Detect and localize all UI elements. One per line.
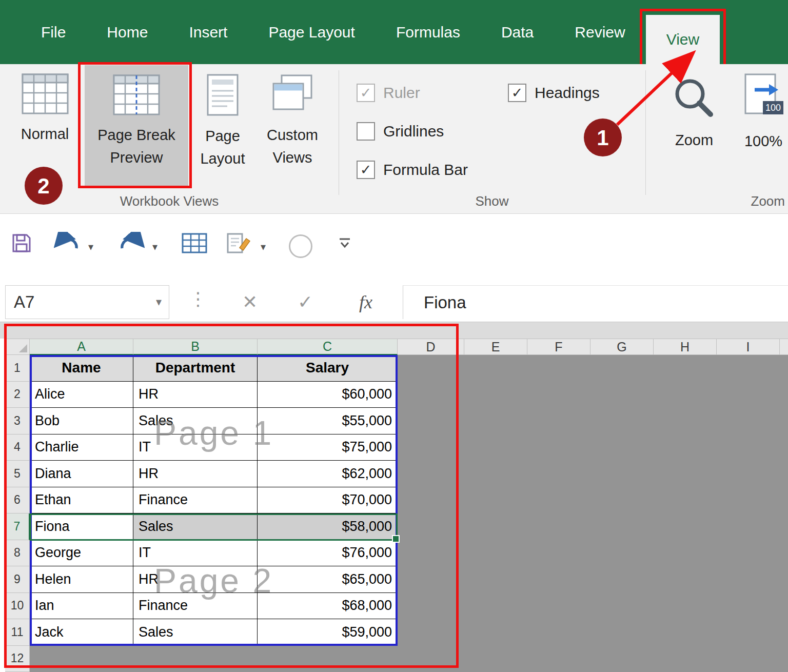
column-header-e[interactable]: E: [464, 339, 527, 355]
gridlines-checkbox-row[interactable]: Gridlines: [357, 121, 444, 142]
table-borders-icon[interactable]: [181, 232, 208, 256]
cell-b10[interactable]: Finance: [133, 593, 258, 620]
undo-icon[interactable]: [54, 232, 81, 256]
tab-review[interactable]: Review: [554, 0, 645, 64]
cell-a10[interactable]: Ian: [30, 593, 133, 620]
cell-a2[interactable]: Alice: [30, 382, 133, 408]
outside-print-area[interactable]: [398, 566, 788, 593]
outside-print-area[interactable]: [30, 646, 788, 672]
cell-c7[interactable]: $58,000: [258, 513, 398, 540]
save-icon[interactable]: [10, 232, 33, 256]
row-header-2[interactable]: 2: [5, 382, 30, 408]
column-header-c[interactable]: C: [258, 339, 398, 355]
cell-a3[interactable]: Bob: [30, 408, 133, 434]
row-header-5[interactable]: 5: [5, 461, 30, 487]
tab-home[interactable]: Home: [86, 0, 168, 64]
cell-c10[interactable]: $68,000: [258, 593, 398, 620]
outside-print-area[interactable]: [398, 355, 788, 382]
column-header-i[interactable]: I: [717, 339, 780, 355]
customize-qat-icon[interactable]: [338, 237, 352, 252]
headings-checkbox[interactable]: ✓: [508, 84, 526, 102]
zoom-button[interactable]: Zoom: [666, 75, 722, 151]
page-break-preview-button[interactable]: Page Break Preview: [85, 65, 188, 188]
cell-b3[interactable]: Sales: [133, 408, 258, 434]
ruler-checkbox[interactable]: ✓: [357, 84, 375, 102]
cell-c5[interactable]: $62,000: [258, 461, 398, 487]
row-header-1[interactable]: 1: [5, 355, 30, 382]
ruler-checkbox-row[interactable]: ✓ Ruler: [357, 83, 420, 103]
header-cell-department[interactable]: Department: [133, 355, 258, 382]
cell-b11[interactable]: Sales: [133, 619, 258, 646]
column-header-b[interactable]: B: [133, 339, 258, 355]
cell-b5[interactable]: HR: [133, 461, 258, 487]
zoom-100-button[interactable]: 100 100%: [739, 72, 788, 152]
name-box[interactable]: A7 ▾: [5, 285, 169, 319]
normal-view-button[interactable]: Normal: [8, 73, 82, 145]
gridlines-checkbox[interactable]: [357, 122, 375, 141]
circle-placeholder-icon[interactable]: [289, 234, 312, 258]
column-header-d[interactable]: D: [398, 339, 464, 355]
page-layout-view-button[interactable]: Page Layout: [194, 73, 251, 170]
tab-file[interactable]: File: [21, 0, 86, 64]
undo-dropdown-icon[interactable]: ▾: [88, 241, 93, 253]
outside-print-area[interactable]: [398, 513, 788, 540]
formula-bar-checkbox[interactable]: ✓: [357, 161, 375, 179]
row-header-9[interactable]: 9: [5, 566, 30, 593]
outside-print-area[interactable]: [398, 434, 788, 461]
row-header-8[interactable]: 8: [5, 540, 30, 567]
enter-button[interactable]: ✓: [287, 287, 323, 317]
cell-a11[interactable]: Jack: [30, 619, 133, 646]
custom-views-button[interactable]: Custom Views: [257, 73, 328, 169]
cell-a8[interactable]: George: [30, 540, 133, 567]
cell-c6[interactable]: $70,000: [258, 487, 398, 514]
cell-c3[interactable]: $55,000: [258, 408, 398, 434]
tab-insert[interactable]: Insert: [168, 0, 248, 64]
redo-icon[interactable]: [118, 232, 145, 256]
select-all-corner[interactable]: [5, 339, 30, 355]
header-cell-salary[interactable]: Salary: [258, 355, 398, 382]
cell-c4[interactable]: $75,000: [258, 434, 398, 461]
column-header-f[interactable]: F: [527, 339, 590, 355]
active-cell-a7[interactable]: Fiona: [30, 513, 133, 540]
outside-print-area[interactable]: [398, 619, 788, 646]
cell-b6[interactable]: Finance: [133, 487, 258, 514]
cell-c9[interactable]: $65,000: [258, 566, 398, 593]
cell-a5[interactable]: Diana: [30, 461, 133, 487]
formula-bar-input[interactable]: Fiona: [403, 285, 788, 319]
row-header-7[interactable]: 7: [5, 513, 30, 540]
outside-print-area[interactable]: [398, 487, 788, 514]
row-header-3[interactable]: 3: [5, 408, 30, 434]
tab-view[interactable]: View: [646, 15, 720, 64]
cell-a6[interactable]: Ethan: [30, 487, 133, 514]
cell-b4[interactable]: IT: [133, 434, 258, 461]
row-header-12[interactable]: 12: [5, 646, 30, 672]
outside-print-area[interactable]: [398, 461, 788, 487]
cell-b8[interactable]: IT: [133, 540, 258, 567]
tab-data[interactable]: Data: [481, 0, 554, 64]
column-header-g[interactable]: G: [590, 339, 654, 355]
outside-print-area[interactable]: [398, 408, 788, 434]
outside-print-area[interactable]: [398, 540, 788, 567]
row-header-11[interactable]: 11: [5, 619, 30, 646]
cell-b7[interactable]: Sales: [133, 513, 258, 540]
row-header-4[interactable]: 4: [5, 434, 30, 461]
redo-dropdown-icon[interactable]: ▾: [152, 241, 157, 253]
cell-b9[interactable]: HR: [133, 566, 258, 593]
insert-function-button[interactable]: fx: [348, 287, 384, 317]
column-header-a[interactable]: A: [30, 339, 133, 355]
form-pencil-icon[interactable]: [226, 232, 251, 256]
cell-a9[interactable]: Helen: [30, 566, 133, 593]
tab-page-layout[interactable]: Page Layout: [248, 0, 375, 64]
form-dropdown-icon[interactable]: ▾: [261, 241, 266, 253]
cell-c8[interactable]: $76,000: [258, 540, 398, 567]
formula-bar-checkbox-row[interactable]: ✓ Formula Bar: [357, 160, 468, 180]
column-header-h[interactable]: H: [654, 339, 717, 355]
formula-bar-grip-icon[interactable]: ⋮: [189, 288, 208, 310]
cancel-button[interactable]: ✕: [232, 287, 268, 317]
name-box-dropdown-icon[interactable]: ▾: [156, 295, 169, 309]
cell-b2[interactable]: HR: [133, 382, 258, 408]
outside-print-area[interactable]: [398, 593, 788, 620]
tab-formulas[interactable]: Formulas: [376, 0, 481, 64]
cell-c11[interactable]: $59,000: [258, 619, 398, 646]
headings-checkbox-row[interactable]: ✓ Headings: [508, 83, 600, 103]
